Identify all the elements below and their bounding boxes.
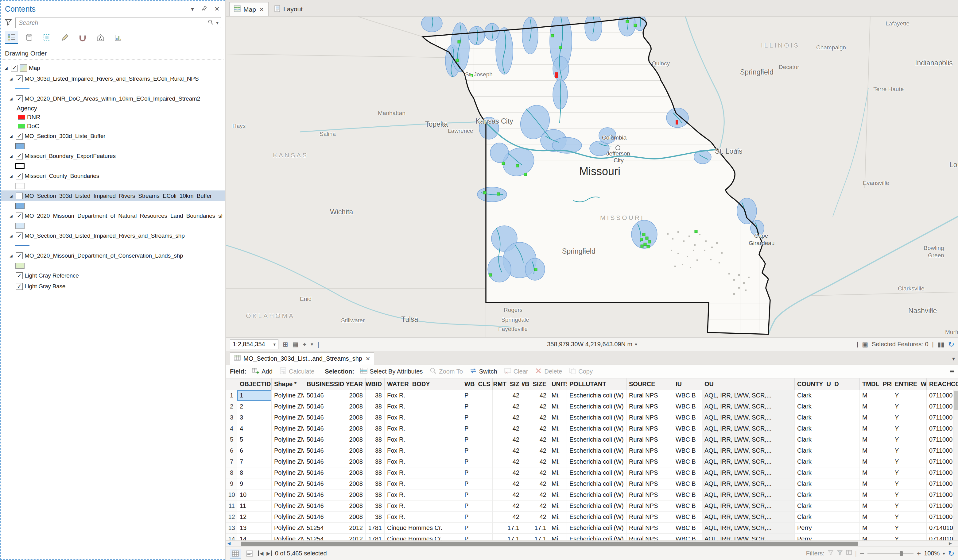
cell[interactable]: Mi. xyxy=(549,412,567,423)
cell[interactable]: Rural NPS xyxy=(627,489,673,500)
column-header[interactable]: IMPRMT_SIZ xyxy=(493,378,522,390)
cell[interactable]: Rural NPS xyxy=(627,434,673,445)
close-icon[interactable]: ✕ xyxy=(259,6,264,13)
layer-checkbox[interactable]: ✓ xyxy=(16,172,23,179)
cell[interactable]: Escherichia coli (W) xyxy=(567,534,627,540)
close-icon[interactable]: ✕ xyxy=(213,5,221,13)
cell[interactable]: AQL, IRR, LWW, SCR,... xyxy=(702,434,795,445)
layer-row[interactable]: ◢✓Map xyxy=(1,63,225,73)
cell[interactable]: WBC B xyxy=(673,489,702,500)
cell[interactable]: 42 xyxy=(522,445,549,456)
cell[interactable]: 42 xyxy=(493,401,522,412)
cell[interactable]: Polyline ZM xyxy=(272,511,304,522)
coordinate-display[interactable]: 358,979.30W 4,219,643.09N m ▾ xyxy=(547,341,637,348)
menu-icon[interactable]: ≡ xyxy=(950,367,954,376)
table-row[interactable]: 44Polyline ZM50146200838Fox R.P4242Mi.Es… xyxy=(226,423,958,434)
table-row[interactable]: 1010Polyline ZM50146200838Fox R.P4242Mi.… xyxy=(226,489,958,500)
cell[interactable]: 38 xyxy=(366,500,385,511)
layer-checkbox[interactable]: ✓ xyxy=(16,283,23,290)
cell[interactable]: 42 xyxy=(522,500,549,511)
cell[interactable]: Polyline ZM xyxy=(272,467,304,478)
cell[interactable]: Fox R. xyxy=(385,401,462,412)
cell[interactable]: 38 xyxy=(366,456,385,467)
cell[interactable]: 50146 xyxy=(304,467,344,478)
cell[interactable]: 9 xyxy=(237,478,272,489)
table-row[interactable]: 88Polyline ZM50146200838Fox R.P4242Mi.Es… xyxy=(226,467,958,478)
refresh-icon[interactable]: ↻ xyxy=(948,340,954,349)
cell[interactable]: M xyxy=(860,534,892,540)
cell[interactable]: 42 xyxy=(493,478,522,489)
polygon-symbol[interactable] xyxy=(15,163,25,169)
cell[interactable]: M xyxy=(860,445,892,456)
cell[interactable]: 42 xyxy=(493,489,522,500)
cell[interactable]: 42 xyxy=(522,412,549,423)
cell[interactable]: Mi. xyxy=(549,423,567,434)
crosshair-icon[interactable]: ⌖ xyxy=(303,341,306,348)
layer-row[interactable]: ◢MO_Section_303d_Listed_Impaired_Rivers_… xyxy=(1,190,225,201)
cell[interactable]: P xyxy=(462,445,493,456)
cell[interactable]: 4 xyxy=(237,423,272,434)
cell[interactable]: P xyxy=(462,489,493,500)
cell[interactable]: Fox R. xyxy=(385,423,462,434)
scrollbar-thumb[interactable] xyxy=(241,542,858,546)
layer-row[interactable]: ◢✓MO_Section_303d_Listed_Impaired_Rivers… xyxy=(1,230,225,241)
close-icon[interactable]: ✕ xyxy=(366,356,370,362)
layer-checkbox[interactable]: ✓ xyxy=(16,272,23,279)
cell[interactable]: WBC B xyxy=(673,401,702,412)
cell[interactable]: P xyxy=(462,456,493,467)
cell[interactable]: 51254 xyxy=(304,534,344,540)
column-header[interactable]: OBJECTID * xyxy=(237,378,272,390)
cell[interactable]: Fox R. xyxy=(385,412,462,423)
cell[interactable]: M xyxy=(860,390,892,401)
column-header[interactable]: WBID xyxy=(366,378,385,390)
cell[interactable]: AQL, IRR, LWW, SCR,... xyxy=(702,401,795,412)
cell[interactable]: WBC B xyxy=(673,523,702,533)
cell[interactable]: Cinque Hommes Cr. xyxy=(385,534,462,540)
column-header[interactable]: TMDL_PRIOR xyxy=(860,378,892,390)
cell[interactable]: 7 xyxy=(237,456,272,467)
column-header[interactable]: COUNTY_U_D xyxy=(795,378,860,390)
layer-row[interactable]: ✓Light Gray Reference xyxy=(1,270,225,281)
row-number[interactable]: 7 xyxy=(226,456,237,467)
search-input[interactable] xyxy=(15,17,221,28)
polygon-symbol[interactable] xyxy=(15,223,25,229)
table-view-button[interactable] xyxy=(230,549,241,558)
cell[interactable]: Rural NPS xyxy=(627,401,673,412)
cell[interactable]: 38 xyxy=(366,511,385,522)
form-view-button[interactable] xyxy=(244,549,255,558)
cell[interactable]: Mi. xyxy=(549,500,567,511)
cell[interactable]: Clark xyxy=(795,478,860,489)
table-row[interactable]: 1212Polyline ZM50146200838Fox R.P4242Mi.… xyxy=(226,511,958,523)
cell[interactable]: 50146 xyxy=(304,500,344,511)
symbol[interactable] xyxy=(1,84,225,93)
cell[interactable]: AQL, IRR, LWW, SCR,... xyxy=(702,390,795,401)
cell[interactable]: 17.1 xyxy=(493,534,522,540)
row-number[interactable]: 1 xyxy=(226,390,237,401)
cell[interactable]: P xyxy=(462,478,493,489)
layer-checkbox[interactable]: ✓ xyxy=(16,133,23,139)
filter-icon[interactable] xyxy=(4,18,12,27)
cell[interactable]: 1781 xyxy=(366,534,385,540)
cell[interactable]: 2008 xyxy=(344,511,366,522)
cell[interactable]: P xyxy=(462,434,493,445)
cell[interactable]: 42 xyxy=(522,423,549,434)
cell[interactable]: Fox R. xyxy=(385,500,462,511)
layer-checkbox[interactable]: ✓ xyxy=(16,212,23,219)
cell[interactable]: AQL, IRR, LWW, SCR,... xyxy=(702,500,795,511)
cell[interactable]: M xyxy=(860,412,892,423)
cell[interactable]: 5 xyxy=(237,434,272,445)
line-symbol[interactable] xyxy=(15,88,30,89)
cell[interactable]: Polyline ZM xyxy=(272,534,304,540)
row-number[interactable]: 6 xyxy=(226,445,237,456)
cell[interactable]: 2008 xyxy=(344,467,366,478)
filter-fields-icon[interactable] xyxy=(828,550,834,557)
cell[interactable]: WBC B xyxy=(673,434,702,445)
cell[interactable]: Rural NPS xyxy=(627,412,673,423)
cell[interactable]: 42 xyxy=(493,445,522,456)
cell[interactable]: Rural NPS xyxy=(627,523,673,533)
cell[interactable]: 17.1 xyxy=(522,523,549,533)
line-symbol[interactable] xyxy=(15,245,30,246)
cell[interactable]: M xyxy=(860,467,892,478)
cell[interactable]: Y xyxy=(892,412,927,423)
cell[interactable]: Escherichia coli (W) xyxy=(567,423,627,434)
